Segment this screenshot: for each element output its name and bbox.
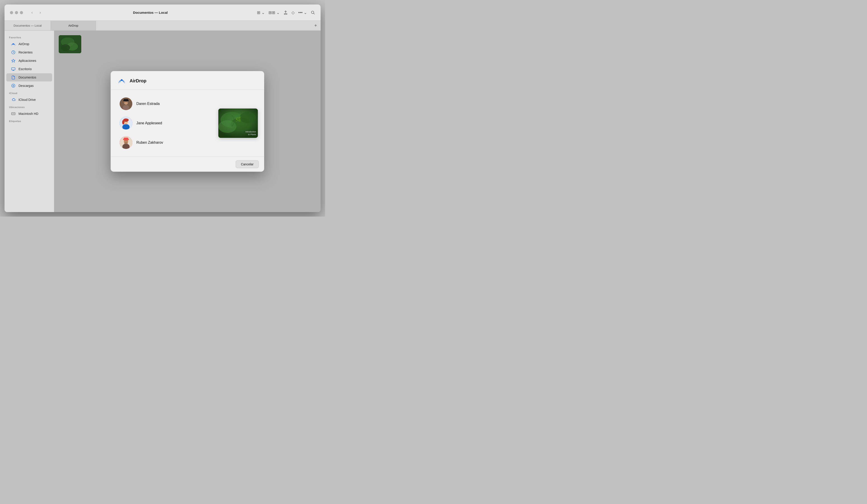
- svg-point-32: [127, 141, 127, 141]
- contact-item-jane[interactable]: Jane Appleseed: [113, 114, 213, 133]
- sidebar-item-airdrop[interactable]: AirDrop: [6, 40, 52, 48]
- sidebar-item-descargas[interactable]: Descargas: [6, 82, 52, 90]
- sidebar-item-recientes[interactable]: Recientes: [6, 48, 52, 56]
- close-button[interactable]: [10, 11, 13, 14]
- minimize-button[interactable]: [15, 11, 18, 14]
- svg-rect-3: [11, 68, 15, 70]
- sidebar-item-escritorio[interactable]: Escritorio: [6, 65, 52, 73]
- aplicaciones-icon: [11, 58, 16, 63]
- avatar-ruben: [120, 136, 132, 149]
- modal-body: Daren Estrada: [111, 90, 264, 156]
- traffic-lights: [10, 11, 23, 14]
- tab-documentos[interactable]: Documentos — Local: [4, 21, 51, 31]
- contacts-list: Daren Estrada: [111, 92, 216, 154]
- modal-title: AirDrop: [130, 78, 146, 84]
- sidebar-item-documentos-label: Documentos: [19, 76, 36, 79]
- sidebar-item-descargas-label: Descargas: [19, 84, 34, 88]
- sidebar-item-icloud-drive[interactable]: iCloud Drive: [6, 96, 52, 104]
- sidebar-item-escritorio-label: Escritorio: [19, 67, 32, 71]
- svg-rect-29: [124, 138, 128, 140]
- sidebar-section-icloud: iCloud: [4, 90, 54, 96]
- airdrop-modal: AirDrop: [111, 71, 264, 172]
- sidebar-section-favoritos: Favoritos: [4, 34, 54, 40]
- nav-buttons: ‹ ›: [29, 9, 44, 16]
- escritorio-icon: [11, 67, 16, 72]
- window-title: Documentos — Local: [47, 11, 253, 14]
- title-bar: ‹ › Documentos — Local ⊞ ⌄ ⊞⊞ ⌄ ◇ ••• ⌄: [4, 4, 321, 21]
- main-area: Favoritos AirDrop: [4, 31, 321, 212]
- svg-point-31: [125, 141, 126, 141]
- svg-text:🌿: 🌿: [235, 116, 242, 122]
- sidebar-item-documentos[interactable]: Documentos: [6, 73, 52, 81]
- modal-airdrop-icon: [117, 76, 127, 86]
- sidebar-section-ubicaciones: Ubicaciones: [4, 104, 54, 109]
- documentos-icon: [11, 75, 16, 80]
- sidebar-item-macintosh-hd-label: Macintosh HD: [19, 112, 39, 116]
- sidebar-item-aplicaciones-label: Aplicaciones: [19, 59, 36, 63]
- finder-window: ‹ › Documentos — Local ⊞ ⌄ ⊞⊞ ⌄ ◇ ••• ⌄: [4, 4, 321, 212]
- fullscreen-button[interactable]: [20, 11, 23, 14]
- tab-add-button[interactable]: +: [311, 21, 321, 31]
- toolbar-icons: ⊞ ⌄ ⊞⊞ ⌄ ◇ ••• ⌄: [257, 10, 315, 15]
- macintosh-hd-icon: [11, 111, 16, 116]
- sidebar-item-airdrop-label: AirDrop: [19, 42, 29, 46]
- svg-point-16: [125, 102, 125, 103]
- contact-name-daren: Daren Estrada: [136, 102, 160, 106]
- back-button[interactable]: ‹: [29, 9, 36, 16]
- forward-button[interactable]: ›: [36, 9, 44, 16]
- sidebar: Favoritos AirDrop: [4, 31, 54, 212]
- tabs-bar: Documentos — Local AirDrop +: [4, 21, 321, 31]
- sidebar-item-aplicaciones[interactable]: Aplicaciones: [6, 57, 52, 65]
- contact-name-ruben: Ruben Zakharov: [136, 141, 163, 145]
- modal-header: AirDrop: [111, 71, 264, 90]
- icloud-drive-icon: [11, 97, 16, 102]
- contact-item-ruben[interactable]: Ruben Zakharov: [113, 133, 213, 152]
- svg-point-22: [122, 120, 125, 124]
- sidebar-item-recientes-label: Recientes: [19, 51, 32, 54]
- svg-point-36: [218, 120, 236, 133]
- svg-point-23: [125, 121, 126, 122]
- svg-point-0: [311, 11, 314, 13]
- view-options-icon[interactable]: ⊞⊞ ⌄: [268, 10, 280, 15]
- airdrop-icon: [11, 42, 16, 46]
- content-area: AirDrop: [54, 31, 321, 212]
- cancel-button[interactable]: Cancelar: [236, 161, 259, 168]
- svg-rect-15: [124, 99, 128, 101]
- sidebar-section-etiquetas: Etiquetas: [4, 118, 54, 123]
- avatar-daren: [120, 97, 132, 110]
- share-icon[interactable]: [283, 10, 288, 15]
- svg-point-37: [240, 112, 256, 123]
- svg-point-17: [127, 102, 128, 103]
- svg-point-30: [124, 142, 128, 144]
- tag-icon[interactable]: ◇: [291, 10, 295, 15]
- view-grid-icon[interactable]: ⊞ ⌄: [257, 10, 265, 15]
- file-preview-label: Introduction to Plants: [245, 130, 256, 136]
- svg-point-13: [123, 105, 129, 110]
- modal-overlay: AirDrop: [54, 31, 321, 212]
- recientes-icon: [11, 50, 16, 55]
- contact-item-daren[interactable]: Daren Estrada: [113, 94, 213, 113]
- file-preview: 🌿 Introduction to Plants: [218, 109, 258, 138]
- svg-point-24: [127, 121, 127, 122]
- sidebar-item-icloud-drive-label: iCloud Drive: [19, 98, 36, 101]
- descargas-icon: [11, 83, 16, 88]
- tab-airdrop[interactable]: AirDrop: [51, 21, 96, 31]
- search-icon[interactable]: [311, 10, 315, 15]
- sidebar-item-macintosh-hd[interactable]: Macintosh HD: [6, 110, 52, 118]
- more-icon[interactable]: ••• ⌄: [298, 10, 307, 15]
- avatar-jane: [120, 117, 132, 130]
- contact-name-jane: Jane Appleseed: [136, 121, 162, 125]
- modal-footer: Cancelar: [111, 156, 264, 172]
